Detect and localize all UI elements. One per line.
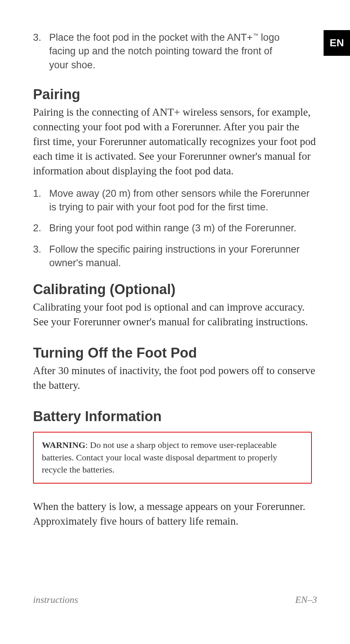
calibrating-body: Calibrating your foot pod is optional an…: [33, 300, 317, 329]
warning-label: WARNING: [42, 440, 85, 450]
step-text: Bring your foot pod within range (3 m) o…: [49, 221, 300, 235]
pairing-step-2: 2. Bring your foot pod within range (3 m…: [33, 221, 317, 235]
instruction-step-3: 3. Place the foot pod in the pocket with…: [33, 31, 317, 72]
step-number: 3.: [33, 243, 49, 270]
turning-off-body: After 30 minutes of inactivity, the foot…: [33, 363, 317, 392]
step-text-a: Place the foot pod in the pocket with th…: [49, 32, 253, 43]
step-number: 1.: [33, 187, 49, 214]
battery-heading: Battery Information: [33, 409, 317, 424]
pairing-step-3: 3. Follow the specific pairing instructi…: [33, 243, 317, 270]
pairing-heading: Pairing: [33, 87, 317, 102]
footer-left: instructions: [33, 594, 78, 605]
trademark-symbol: ™: [253, 32, 258, 38]
step-number: 3.: [33, 31, 49, 72]
calibrating-heading: Calibrating (Optional): [33, 282, 317, 297]
page-footer: instructions EN–3: [33, 594, 317, 605]
warning-box: WARNING: Do not use a sharp object to re…: [33, 432, 312, 484]
pairing-step-1: 1. Move away (20 m) from other sensors w…: [33, 187, 317, 214]
footer-right: EN–3: [295, 594, 317, 605]
pairing-steps: 1. Move away (20 m) from other sensors w…: [33, 187, 317, 270]
pairing-body: Pairing is the connecting of ANT+ wirele…: [33, 105, 317, 178]
step-text: Place the foot pod in the pocket with th…: [49, 31, 317, 72]
battery-body: When the battery is low, a message appea…: [33, 499, 317, 528]
warning-text: WARNING: Do not use a sharp object to re…: [42, 439, 303, 476]
language-tab: EN: [324, 30, 350, 56]
step-number: 2.: [33, 221, 49, 235]
step-text: Move away (20 m) from other sensors whil…: [49, 187, 317, 214]
step-text: Follow the specific pairing instructions…: [49, 243, 317, 270]
turning-off-heading: Turning Off the Foot Pod: [33, 345, 317, 361]
